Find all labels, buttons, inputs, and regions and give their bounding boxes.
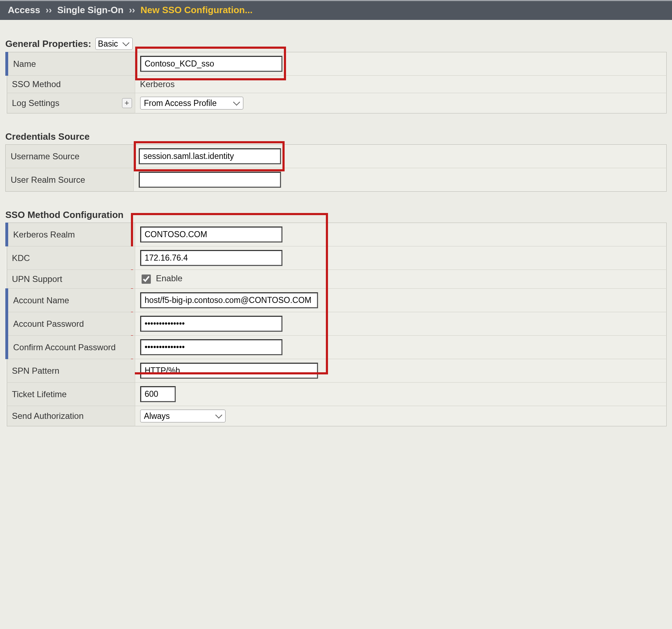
kerberos-realm-input[interactable] bbox=[140, 226, 282, 242]
label-send-authorization: Send Authorization bbox=[7, 406, 135, 426]
label-log-settings: Log Settings + bbox=[7, 93, 135, 113]
kdc-input[interactable] bbox=[140, 250, 282, 266]
general-properties-table: Name SSO Method Kerberos Log Settings + … bbox=[5, 52, 667, 113]
name-input[interactable] bbox=[140, 56, 282, 72]
label-kdc: KDC bbox=[7, 246, 135, 270]
username-source-input[interactable] bbox=[139, 148, 281, 164]
spn-pattern-input[interactable] bbox=[140, 363, 318, 379]
view-mode-select[interactable]: Basic bbox=[95, 38, 133, 50]
credentials-source-table: Username Source User Realm Source bbox=[5, 144, 667, 192]
breadcrumb-mid[interactable]: Single Sign-On bbox=[57, 5, 123, 15]
label-user-realm-source: User Realm Source bbox=[6, 168, 134, 192]
user-realm-source-input[interactable] bbox=[139, 172, 281, 188]
label-name: Name bbox=[7, 52, 135, 76]
account-password-input[interactable] bbox=[140, 316, 282, 332]
label-account-name: Account Name bbox=[7, 289, 135, 312]
value-sso-method: Kerberos bbox=[135, 76, 667, 93]
ticket-lifetime-input[interactable] bbox=[140, 386, 176, 402]
breadcrumb: Access ›› Single Sign-On ›› New SSO Conf… bbox=[0, 0, 672, 20]
label-kerberos-realm: Kerberos Realm bbox=[7, 223, 135, 246]
label-ticket-lifetime: Ticket Lifetime bbox=[7, 383, 135, 406]
send-authorization-select[interactable]: Always bbox=[140, 410, 226, 422]
breadcrumb-current: New SSO Configuration... bbox=[141, 5, 253, 15]
label-upn-support: UPN Support bbox=[7, 270, 135, 289]
label-account-password: Account Password bbox=[7, 312, 135, 336]
breadcrumb-sep-icon: ›› bbox=[129, 5, 135, 15]
confirm-account-password-input[interactable] bbox=[140, 339, 282, 355]
label-username-source: Username Source bbox=[6, 145, 134, 168]
breadcrumb-sep-icon: ›› bbox=[46, 5, 52, 15]
section-title-general: General Properties: bbox=[5, 38, 91, 49]
label-sso-method: SSO Method bbox=[7, 76, 135, 93]
label-spn-pattern: SPN Pattern bbox=[7, 359, 135, 383]
upn-support-checkbox[interactable] bbox=[142, 274, 151, 284]
label-confirm-account-password: Confirm Account Password bbox=[7, 336, 135, 359]
section-title-credentials: Credentials Source bbox=[5, 131, 90, 142]
section-title-sso-method: SSO Method Configuration bbox=[5, 209, 123, 220]
log-settings-select[interactable]: From Access Profile bbox=[140, 97, 243, 110]
sso-method-config-table: Kerberos Realm KDC UPN Support Enable Ac… bbox=[5, 223, 667, 426]
breadcrumb-root[interactable]: Access bbox=[8, 5, 40, 15]
account-name-input[interactable] bbox=[140, 292, 318, 308]
add-log-setting-button[interactable]: + bbox=[122, 98, 132, 108]
upn-support-enable-label: Enable bbox=[156, 273, 182, 283]
